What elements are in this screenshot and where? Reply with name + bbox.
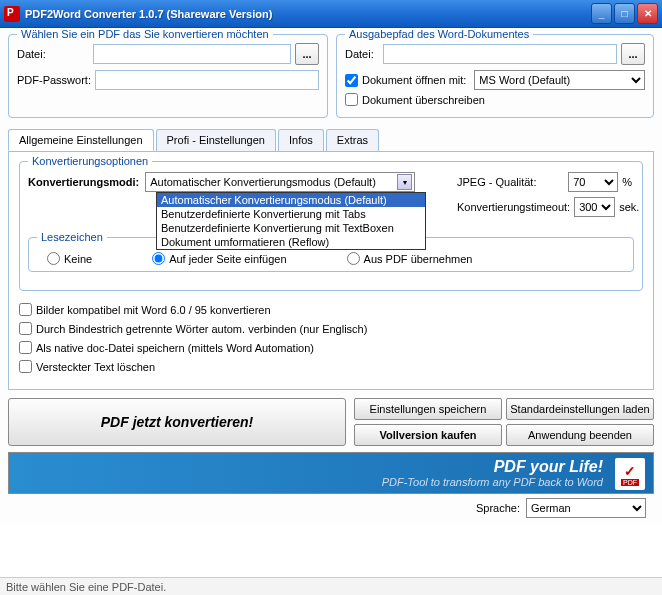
check-native-doc[interactable]	[19, 341, 32, 354]
language-select[interactable]: German	[526, 498, 646, 518]
overwrite-checkbox[interactable]	[345, 93, 358, 106]
mode-option-reflow[interactable]: Dokument umformatieren (Reflow)	[157, 235, 425, 249]
check-hidden-label: Versteckter Text löschen	[36, 361, 155, 373]
banner: PDF your Life! PDF-Tool to transform any…	[8, 452, 654, 494]
convert-button[interactable]: PDF jetzt konvertieren!	[8, 398, 346, 446]
mode-option-tabs[interactable]: Benutzerdefinierte Konvertierung mit Tab…	[157, 207, 425, 221]
mode-option-textboxes[interactable]: Benutzerdefinierte Konvertierung mit Tex…	[157, 221, 425, 235]
save-settings-button[interactable]: Einstellungen speichern	[354, 398, 502, 420]
check-delete-hidden[interactable]	[19, 360, 32, 373]
mode-combobox[interactable]: Automatischer Konvertierungsmodus (Defau…	[145, 172, 415, 192]
option-checks: Bilder kompatibel mit Word 6.0 / 95 konv…	[19, 303, 643, 373]
check-word60-compat[interactable]	[19, 303, 32, 316]
mode-value: Automatischer Konvertierungsmodus (Defau…	[150, 176, 376, 188]
output-file-label: Datei:	[345, 48, 379, 60]
buy-full-button[interactable]: Vollversion kaufen	[354, 424, 502, 446]
output-legend: Ausgabepfad des Word-Dokumentes	[345, 28, 533, 40]
timeout-select[interactable]: 300	[574, 197, 615, 217]
banner-title: PDF your Life!	[382, 458, 603, 476]
check-hyphen-join[interactable]	[19, 322, 32, 335]
app-icon	[4, 6, 20, 22]
conversion-options-group: Konvertierungsoptionen Konvertierungsmod…	[19, 161, 643, 291]
check-word60-label: Bilder kompatibel mit Word 6.0 / 95 konv…	[36, 304, 271, 316]
jpeg-quality-label: JPEG - Qualität:	[457, 176, 564, 188]
jpeg-unit: %	[622, 176, 632, 188]
bookmark-from-pdf-radio[interactable]	[347, 252, 360, 265]
bookmark-each-page-label: Auf jeder Seite einfügen	[169, 253, 286, 265]
quit-button[interactable]: Anwendung beenden	[506, 424, 654, 446]
tab-extras[interactable]: Extras	[326, 129, 379, 151]
tab-info[interactable]: Infos	[278, 129, 324, 151]
bookmark-each-page-radio[interactable]	[152, 252, 165, 265]
titlebar: PDF2Word Converter 1.0.7 (Shareware Vers…	[0, 0, 662, 28]
timeout-unit: sek.	[619, 201, 639, 213]
bookmarks-legend: Lesezeichen	[37, 231, 107, 243]
check-native-label: Als native doc-Datei speichern (mittels …	[36, 342, 314, 354]
output-group: Ausgabepfad des Word-Dokumentes Datei: .…	[336, 34, 654, 118]
tab-pro[interactable]: Profi - Einstellungen	[156, 129, 276, 151]
tab-general[interactable]: Allgemeine Einstellungen	[8, 129, 154, 151]
window-title: PDF2Word Converter 1.0.7 (Shareware Vers…	[25, 8, 591, 20]
output-file-input[interactable]	[383, 44, 617, 64]
tabs: Allgemeine Einstellungen Profi - Einstel…	[8, 129, 654, 152]
chevron-down-icon: ▾	[397, 174, 412, 190]
minimize-button[interactable]: _	[591, 3, 612, 24]
pdf-file-input[interactable]	[93, 44, 291, 64]
check-hyphen-label: Durch Bindestrich getrennte Wörter autom…	[36, 323, 367, 335]
tab-content: Konvertierungsoptionen Konvertierungsmod…	[8, 151, 654, 390]
select-pdf-legend: Wählen Sie ein PDF das Sie konvertieren …	[17, 28, 273, 40]
overwrite-label: Dokument überschreiben	[362, 94, 485, 106]
bookmark-none-radio[interactable]	[47, 252, 60, 265]
file-label: Datei:	[17, 48, 89, 60]
jpeg-quality-select[interactable]: 70	[568, 172, 618, 192]
pdf-password-input[interactable]	[95, 70, 319, 90]
side-options: JPEG - Qualität: 70 % Konvertierungstime…	[457, 172, 632, 222]
bookmark-none-label: Keine	[64, 253, 92, 265]
pdf-badge-icon	[615, 458, 645, 490]
mode-label: Konvertierungsmodi:	[28, 176, 139, 188]
browse-pdf-button[interactable]: ...	[295, 43, 319, 65]
banner-subtitle: PDF-Tool to transform any PDF back to Wo…	[382, 476, 603, 488]
open-with-checkbox[interactable]	[345, 74, 358, 87]
maximize-button[interactable]: □	[614, 3, 635, 24]
close-button[interactable]: ✕	[637, 3, 658, 24]
language-label: Sprache:	[476, 502, 520, 514]
browse-output-button[interactable]: ...	[621, 43, 645, 65]
timeout-label: Konvertierungstimeout:	[457, 201, 570, 213]
load-defaults-button[interactable]: Standardeinstellungen laden	[506, 398, 654, 420]
mode-option-auto[interactable]: Automatischer Konvertierungsmodus (Defau…	[157, 193, 425, 207]
status-bar: Bitte wählen Sie eine PDF-Datei.	[0, 577, 662, 595]
open-with-select[interactable]: MS Word (Default)	[474, 70, 645, 90]
open-with-label: Dokument öffnen mit:	[362, 74, 466, 86]
select-pdf-group: Wählen Sie ein PDF das Sie konvertieren …	[8, 34, 328, 118]
conversion-options-legend: Konvertierungsoptionen	[28, 155, 152, 167]
bookmark-from-pdf-label: Aus PDF übernehmen	[364, 253, 473, 265]
mode-dropdown: Automatischer Konvertierungsmodus (Defau…	[156, 192, 426, 250]
pdf-password-label: PDF-Passwort:	[17, 74, 91, 86]
